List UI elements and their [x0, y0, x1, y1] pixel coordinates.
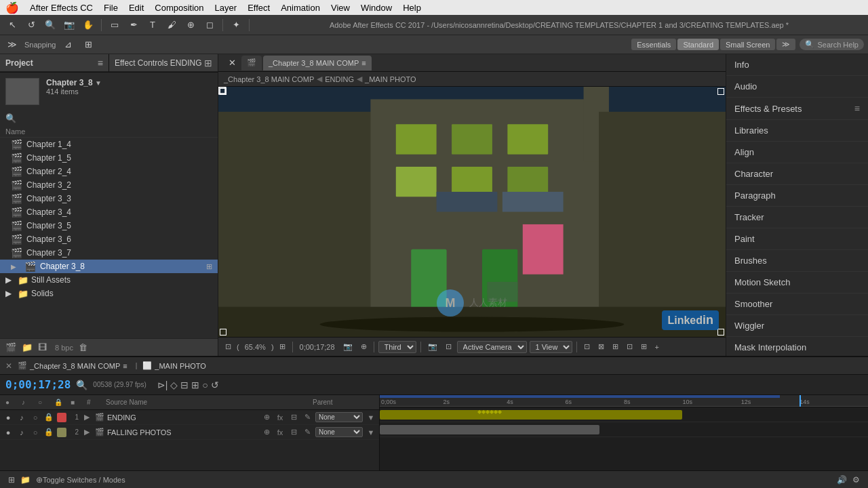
panel-item-motion-sketch[interactable]: Motion Sketch	[726, 272, 868, 293]
layer-parent-select-1[interactable]: None	[315, 412, 363, 422]
snapping-toggle[interactable]: ⊿	[60, 37, 77, 52]
tool-puppet[interactable]: ✦	[228, 18, 244, 33]
layer-dropdown-2[interactable]: ▼	[366, 428, 376, 436]
layer-fx-1[interactable]: fx	[275, 413, 285, 422]
panel-item-tracker[interactable]: Tracker	[726, 207, 868, 228]
timeline-tab-main[interactable]: 🎬 _Chapter 3_8 MAIN COMP ≡	[18, 361, 127, 370]
workspace-essentials[interactable]: Essentials	[631, 39, 676, 50]
workspace-overflow[interactable]: ≫	[776, 39, 795, 50]
layer-parent-icon-1[interactable]: ⊕	[261, 413, 272, 422]
viewer-btn-6[interactable]: +	[652, 342, 662, 352]
layer-dropdown-1[interactable]: ▼	[366, 413, 376, 422]
folder-item-solids[interactable]: ▶ 📁 Solids	[0, 287, 218, 300]
menu-window[interactable]: Window	[361, 3, 392, 13]
layer-solo-2[interactable]: ○	[30, 428, 41, 436]
viewer-snap-btn[interactable]: ⊡	[222, 341, 234, 352]
layer-audio-1[interactable]: ♪	[16, 413, 27, 422]
tf-btn-1[interactable]: ⊞	[8, 475, 15, 485]
menu-edit[interactable]: Edit	[129, 3, 144, 13]
file-item-chapter-1-5[interactable]: 🎬 Chapter 1_5	[0, 151, 218, 165]
delete-btn[interactable]: 🗑	[79, 342, 87, 352]
new-folder-btn[interactable]: 📁	[22, 342, 33, 352]
timeline-close-btn[interactable]: ✕	[5, 361, 12, 371]
layer-expand-1[interactable]: ▶	[81, 413, 92, 422]
menu-help[interactable]: Help	[403, 3, 421, 13]
file-item-chapter-3-5[interactable]: 🎬 Chapter 3_5	[0, 219, 218, 232]
menu-effect[interactable]: Effect	[248, 3, 270, 13]
layer-expand-2[interactable]: ▶	[81, 428, 92, 436]
layer-3d-2[interactable]: ⊟	[288, 428, 299, 436]
panel-item-brushes[interactable]: Brushes	[726, 250, 868, 272]
file-item-chapter-3-2[interactable]: 🎬 Chapter 3_2	[0, 178, 218, 192]
tf-settings-btn[interactable]: ⚙	[852, 475, 860, 485]
menu-after-effects[interactable]: After Effects CC	[30, 3, 93, 13]
project-panel-menu[interactable]: ≡	[98, 58, 103, 68]
viewer-btn-3[interactable]: ⊞	[610, 341, 621, 352]
panel-item-smoother[interactable]: Smoother	[726, 293, 868, 315]
project-search-input[interactable]	[20, 114, 212, 123]
breadcrumb-ending[interactable]: ENDING	[325, 75, 354, 83]
new-comp-btn[interactable]: 🎬	[5, 342, 16, 352]
layer-parent-icon-2[interactable]: ⊕	[261, 428, 272, 436]
panel-item-mask-interpolation[interactable]: Mask Interpolation	[726, 337, 868, 359]
viewer-btn-2[interactable]: ⊠	[595, 341, 607, 352]
layer-lock-2[interactable]: 🔒	[43, 428, 54, 436]
apple-menu[interactable]: 🍎	[5, 1, 19, 14]
tool-search[interactable]: 🔍	[42, 18, 58, 33]
viewer-btn-1[interactable]: ⊡	[581, 341, 593, 352]
transport-keyframe[interactable]: ◇	[170, 380, 178, 390]
timeline-ruler[interactable]: 0;00s 2s 4s 6s 8s 10s 12s 14s	[380, 395, 868, 407]
layer-edit-1[interactable]: ✎	[302, 413, 313, 422]
tool-pan[interactable]: ✋	[80, 18, 96, 33]
tf-speaker-btn[interactable]: 🔊	[837, 475, 847, 485]
breadcrumb-main[interactable]: _Chapter 3_8 MAIN COMP	[224, 75, 314, 83]
transport-ripple[interactable]: ⊳|	[157, 380, 168, 390]
layer-3d-1[interactable]: ⊟	[288, 413, 299, 422]
panel-item-paragraph[interactable]: Paragraph	[726, 185, 868, 207]
tool-brush[interactable]: 🖌	[163, 18, 180, 33]
view-count-select[interactable]: 1 View	[530, 341, 572, 353]
viewer-target-btn[interactable]: ⊕	[358, 341, 370, 352]
track-bar-layer1[interactable]	[380, 410, 682, 420]
transport-layer[interactable]: ⊞	[191, 380, 199, 390]
comp-tab-main[interactable]: _Chapter 3_8 MAIN COMP ≡	[263, 56, 372, 70]
viewer-camera2-icon[interactable]: 📷	[425, 341, 440, 352]
panel-item-audio[interactable]: Audio	[726, 76, 868, 98]
tool-rotate[interactable]: ↺	[23, 18, 39, 33]
panel-item-info[interactable]: Info	[726, 54, 868, 76]
new-footage-btn[interactable]: 🎞	[38, 342, 47, 352]
transport-loop[interactable]: ↺	[211, 380, 219, 390]
menu-view[interactable]: View	[331, 3, 350, 13]
search-help-bar[interactable]: 🔍 Search Help	[800, 39, 864, 50]
panel-effects-presets[interactable]: Effects & Presets ≡	[726, 98, 868, 120]
tool-clone[interactable]: ⊕	[182, 18, 199, 33]
active-camera-select[interactable]: Active Camera	[457, 341, 527, 353]
file-item-chapter-3-7[interactable]: 🎬 Chapter 3_7	[0, 246, 218, 260]
layer-fx-2[interactable]: fx	[275, 428, 285, 436]
work-area-bar[interactable]	[380, 395, 780, 398]
menu-animation[interactable]: Animation	[281, 3, 320, 13]
layer-vis-1[interactable]: ●	[3, 413, 14, 422]
workspace-small-screen[interactable]: Small Screen	[720, 39, 775, 50]
viewer-btn-4[interactable]: ⊡	[624, 341, 635, 352]
time-search-btn[interactable]: 🔍	[76, 380, 87, 390]
file-item-chapter-3-8[interactable]: ▶ 🎬 Chapter 3_8 ⊞	[0, 260, 218, 273]
effects-presets-menu-btn[interactable]: ≡	[854, 103, 860, 114]
file-item-chapter-3-6[interactable]: 🎬 Chapter 3_6	[0, 232, 218, 246]
comp-tab-prev[interactable]: ✕	[224, 56, 240, 70]
menu-composition[interactable]: Composition	[155, 3, 203, 13]
layer-edit-2[interactable]: ✎	[302, 428, 313, 436]
track-bar-layer2[interactable]	[380, 425, 599, 434]
file-item-chapter-2-4[interactable]: 🎬 Chapter 2_4	[0, 165, 218, 178]
panel-item-paint[interactable]: Paint	[726, 228, 868, 250]
panel-item-libraries[interactable]: Libraries	[726, 120, 868, 142]
workspace-standard[interactable]: Standard	[677, 39, 719, 50]
toolbar2-overflow[interactable]: ≫	[4, 37, 20, 52]
transport-comp[interactable]: ⊟	[180, 380, 189, 390]
camera-select[interactable]: Third	[378, 341, 416, 353]
tf-btn-2[interactable]: 📁	[20, 475, 31, 485]
file-item-chapter-3-4[interactable]: 🎬 Chapter 3_4	[0, 205, 218, 219]
file-item-chapter-1-4[interactable]: 🎬 Chapter 1_4	[0, 138, 218, 151]
menu-file[interactable]: File	[104, 3, 118, 13]
timeline-tab-photo[interactable]: ⬜ _MAIN PHOTO	[142, 361, 206, 370]
